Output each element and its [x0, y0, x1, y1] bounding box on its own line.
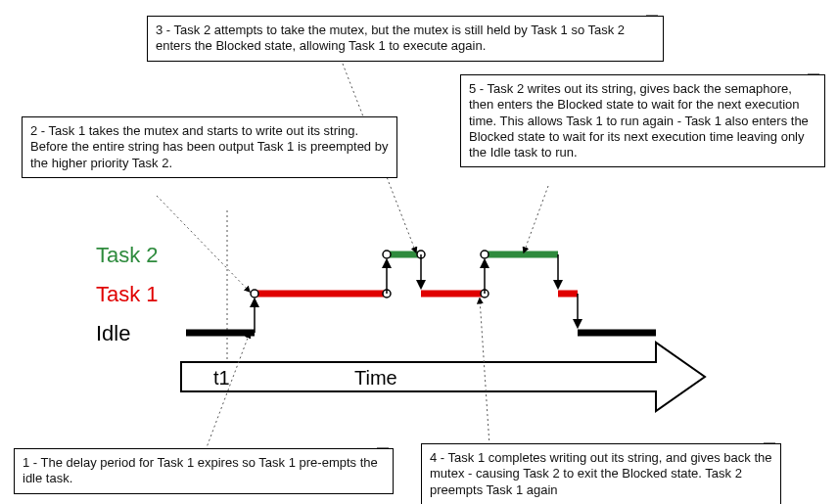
- svg-point-5: [481, 251, 489, 258]
- note-4: 4 - Task 1 completes writing out its str…: [421, 443, 781, 504]
- row-label-idle: Idle: [96, 321, 130, 346]
- row-label-task2: Task 2: [96, 243, 159, 268]
- note-5: 5 - Task 2 writes out its string, gives …: [460, 74, 825, 167]
- svg-line-15: [480, 298, 489, 445]
- row-label-task1: Task 1: [96, 282, 159, 307]
- note-1: 1 - The delay period for Task 1 expires …: [14, 448, 394, 494]
- svg-point-1: [383, 251, 391, 258]
- note-3: 3 - Task 2 attempts to take the mutex, b…: [147, 16, 664, 62]
- axis-time: Time: [354, 367, 397, 389]
- axis-t1: t1: [213, 367, 230, 389]
- time-axis-arrow: [181, 343, 705, 411]
- svg-line-13: [157, 196, 250, 292]
- svg-line-16: [524, 186, 548, 252]
- note-2: 2 - Task 1 takes the mutex and starts to…: [22, 116, 397, 178]
- svg-point-0: [251, 290, 258, 298]
- diagram-canvas: Task 2 Task 1 Idle t1 Time 3 - Task 2 at…: [0, 0, 838, 504]
